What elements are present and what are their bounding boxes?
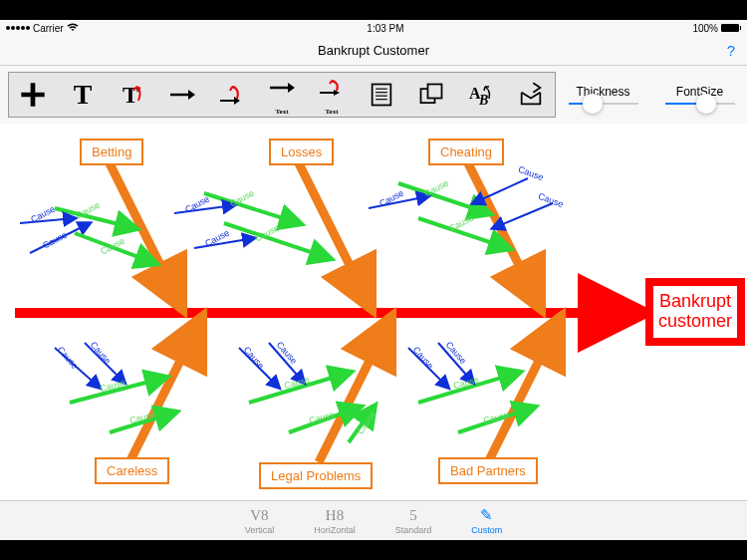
copy-tool[interactable] [415,77,447,113]
document-tool[interactable] [366,77,397,113]
arrow-curve-tool[interactable] [216,77,248,113]
battery-icon [721,24,741,32]
effect-box[interactable]: Bankrupt customer [645,278,745,346]
svg-line-19 [319,323,388,462]
tab-horizontal[interactable]: H8 HoriZontal [314,507,356,535]
horizontal-icon: H8 [326,507,344,524]
category-cheating[interactable]: Cheating [428,139,504,165]
svg-rect-5 [373,85,391,106]
vertical-icon: V8 [250,507,268,524]
svg-line-22 [20,218,75,223]
page-title: Bankrupt Customer [318,43,429,58]
category-legal[interactable]: Legal Problems [259,462,373,489]
plus-tool[interactable] [17,77,49,113]
battery-percent: 100% [692,23,718,34]
arrow-text-tool[interactable]: Text [266,77,298,113]
svg-text:B: B [478,93,488,108]
text-tool[interactable]: T [67,77,99,113]
svg-line-15 [110,163,179,303]
svg-text:T: T [123,82,138,108]
svg-line-33 [493,203,553,228]
effect-line1: Bankrupt [659,291,731,311]
svg-line-16 [299,163,369,303]
arrow-text-curve-tool[interactable]: Text [316,77,348,113]
clock: 1:03 PM [367,23,403,34]
svg-rect-11 [428,85,442,99]
fontsize-slider[interactable]: FontSize [665,85,735,105]
diagram-canvas[interactable]: Betting Losses Cheating Careless Legal P… [0,124,747,502]
status-bar: Carrier 1:03 PM 100% [0,20,747,36]
text-curve-tool[interactable]: T [117,77,148,113]
wifi-icon [67,23,79,34]
nav-bar: Bankrupt Customer ? [0,36,747,66]
help-button[interactable]: ? [727,42,735,59]
thickness-slider[interactable]: Thickness [569,85,638,105]
tab-bar: V8 Vertical H8 HoriZontal 5 Standard ✎ C… [0,500,747,540]
category-careless[interactable]: Careless [95,457,169,484]
svg-line-17 [468,163,538,303]
tab-vertical[interactable]: V8 Vertical [245,507,275,535]
font-style-tool[interactable]: AB [465,77,497,113]
category-losses[interactable]: Losses [269,139,334,165]
category-betting[interactable]: Betting [80,139,143,165]
pencil-icon: ✎ [480,506,493,524]
signal-dots-icon [6,26,30,30]
tool-palette: T T Text Text AB [8,72,556,118]
arrow-tool[interactable] [166,77,198,113]
carrier-label: Carrier [33,23,64,34]
effect-line2: customer [658,311,732,331]
category-partners[interactable]: Bad Partners [438,457,538,484]
svg-line-20 [488,323,558,462]
svg-line-18 [129,323,199,462]
fishbone-svg [0,124,747,502]
standard-icon: 5 [409,507,417,524]
export-tool[interactable] [515,77,547,113]
tab-custom[interactable]: ✎ Custom [471,506,502,535]
tab-standard[interactable]: 5 Standard [395,507,432,535]
